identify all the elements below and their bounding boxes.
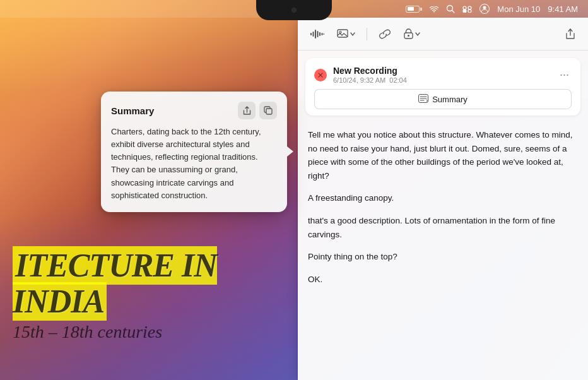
recording-title: New Recording (333, 66, 557, 76)
svg-rect-14 (322, 33, 323, 35)
handwriting-title: ITECTURE IN INDIA (13, 247, 284, 319)
handwriting-subtitle: 15th – 18th centuries (13, 322, 284, 342)
user-icon[interactable] (479, 4, 490, 14)
search-icon[interactable] (446, 4, 455, 13)
recording-meta: 6/10/24, 9:32 AM 02:04 (333, 76, 557, 84)
image-icon[interactable] (334, 27, 358, 42)
summary-popup: Summary Charters, dating back to the 12t… (101, 92, 287, 212)
svg-point-5 (468, 9, 471, 13)
svg-point-4 (463, 9, 466, 13)
recording-close-button[interactable] (314, 69, 327, 81)
battery-icon (406, 6, 422, 13)
svg-point-17 (339, 31, 341, 33)
summary-share-button[interactable] (238, 102, 256, 119)
transcript-para-3: that's a good description. Lots of ornam… (308, 214, 578, 241)
transcript-para-5: OK. (308, 273, 578, 287)
menubar-time: 9:41 AM (548, 4, 578, 14)
camera-notch (256, 0, 332, 20)
transcript-container[interactable]: Tell me what you notice about this struc… (298, 123, 588, 380)
svg-rect-15 (324, 33, 325, 35)
svg-rect-8 (266, 109, 272, 114)
summary-copy-button[interactable] (259, 102, 277, 119)
svg-point-19 (408, 35, 409, 37)
menubar-date: Mon Jun 10 (497, 4, 540, 14)
svg-rect-13 (319, 32, 320, 36)
svg-rect-16 (338, 30, 348, 37)
summary-popup-header: Summary (111, 102, 277, 119)
recording-more-button[interactable]: ··· (557, 66, 572, 84)
svg-rect-11 (315, 30, 316, 39)
recording-item: New Recording 6/10/24, 9:32 AM 02:04 ···… (305, 58, 580, 116)
svg-point-3 (468, 6, 471, 9)
svg-point-7 (483, 6, 486, 9)
summary-popup-actions (238, 102, 277, 119)
transcript-para-4: Pointy thing on the top? (308, 250, 578, 264)
summary-popup-body: Charters, dating back to the 12th centur… (111, 126, 277, 202)
svg-line-1 (452, 11, 455, 13)
notes-toolbar (298, 18, 588, 50)
camera-dot (291, 8, 297, 13)
control-center-icon[interactable] (462, 6, 472, 13)
transcript-para-1: Tell me what you notice about this struc… (308, 128, 578, 182)
svg-rect-12 (317, 31, 319, 37)
recording-info: New Recording 6/10/24, 9:32 AM 02:04 (333, 66, 557, 84)
recording-header: New Recording 6/10/24, 9:32 AM 02:04 ··· (305, 58, 580, 89)
summary-button[interactable]: Summary (314, 89, 572, 109)
link-icon[interactable] (376, 27, 394, 42)
summary-button-label: Summary (432, 95, 467, 104)
lock-icon[interactable] (401, 26, 423, 42)
wifi-icon (430, 6, 438, 13)
svg-rect-10 (313, 32, 314, 37)
transcript-para-2: A freestanding canopy. (308, 191, 578, 205)
waveform-icon[interactable] (308, 26, 327, 42)
svg-rect-9 (310, 33, 312, 35)
svg-point-2 (463, 6, 466, 9)
summary-popup-title: Summary (111, 105, 154, 116)
summary-button-icon (418, 94, 428, 105)
share-icon[interactable] (563, 26, 578, 42)
toolbar-separator-1 (367, 28, 367, 40)
notes-panel: New Recording 6/10/24, 9:32 AM 02:04 ···… (298, 18, 588, 380)
